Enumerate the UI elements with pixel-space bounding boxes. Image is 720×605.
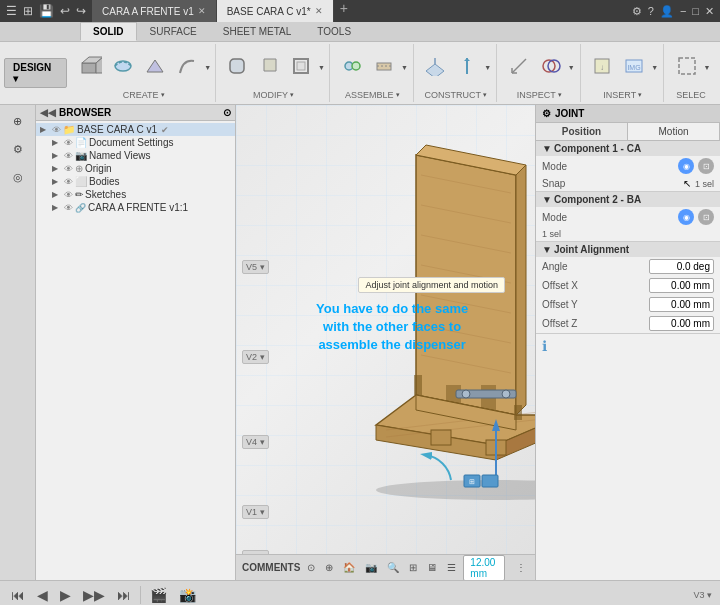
close-icon[interactable]: ✕ bbox=[705, 5, 714, 18]
modify-dropdown[interactable]: ▼ bbox=[318, 64, 325, 71]
shell-button[interactable] bbox=[286, 54, 316, 81]
mode-btn-1a[interactable]: ◉ bbox=[678, 158, 694, 174]
chamfer-button[interactable] bbox=[254, 54, 284, 81]
v3-label[interactable]: V3 ▾ bbox=[693, 590, 712, 600]
grid-icon[interactable]: ⊞ bbox=[23, 4, 33, 18]
camera-icon[interactable]: 📸 bbox=[176, 587, 199, 603]
viewport-grid-icon[interactable]: ⊞ bbox=[406, 562, 420, 573]
measure-button[interactable] bbox=[504, 54, 534, 81]
viewport-more-icon[interactable]: ⋮ bbox=[513, 562, 529, 573]
extrude-button[interactable] bbox=[76, 53, 106, 82]
help-icon[interactable]: ? bbox=[648, 5, 654, 18]
offset-x-input[interactable] bbox=[649, 278, 714, 293]
select-dropdown[interactable]: ▼ bbox=[704, 64, 711, 71]
menu-icon[interactable]: ☰ bbox=[6, 4, 17, 18]
add-tab-icon[interactable]: + bbox=[334, 0, 354, 22]
maximize-icon[interactable]: □ bbox=[692, 5, 699, 18]
select-button[interactable] bbox=[672, 54, 702, 81]
top-bar: ☰ ⊞ 💾 ↩ ↪ CARA A FRENTE v1 ✕ BASE CARA C… bbox=[0, 0, 720, 22]
play-prev-btn[interactable]: ◀ bbox=[34, 587, 51, 603]
tab-close-icon[interactable]: ✕ bbox=[315, 6, 323, 16]
play-next-btn[interactable]: ▶▶ bbox=[80, 587, 108, 603]
construct-label: CONSTRUCT▾ bbox=[425, 90, 488, 100]
play-end-btn[interactable]: ⏭ bbox=[114, 587, 134, 603]
revolve-button[interactable] bbox=[108, 54, 138, 81]
sweep-button[interactable] bbox=[172, 54, 202, 81]
settings-icon[interactable]: ⚙ bbox=[632, 5, 642, 18]
left-sidebar-btn-1[interactable]: ⊕ bbox=[4, 109, 32, 133]
comments-collapse[interactable]: ⊙ bbox=[304, 562, 318, 573]
viewport-label-v2[interactable]: V2 ▾ bbox=[242, 350, 269, 364]
tree-item-bodies[interactable]: ▶ 👁 ⬜ Bodies bbox=[48, 175, 235, 188]
inspect-dropdown[interactable]: ▼ bbox=[568, 64, 575, 71]
fillet-button[interactable] bbox=[222, 54, 252, 81]
viewport-camera-icon[interactable]: 📷 bbox=[362, 562, 380, 573]
tree-item-named-views[interactable]: ▶ 👁 📷 Named Views bbox=[48, 149, 235, 162]
design-button[interactable]: DESIGN ▾ bbox=[4, 58, 67, 88]
ribbon: SOLID SURFACE SHEET METAL TOOLS DESIGN ▾ bbox=[0, 22, 720, 105]
minimize-icon[interactable]: − bbox=[680, 5, 686, 18]
redo-icon[interactable]: ↪ bbox=[76, 4, 86, 18]
mode-btn-1b[interactable]: ⊡ bbox=[698, 158, 714, 174]
svg-rect-50 bbox=[431, 430, 451, 445]
insert-dropdown[interactable]: ▼ bbox=[651, 64, 658, 71]
canvas-button[interactable]: IMG bbox=[619, 54, 649, 81]
animation-icon[interactable]: 🎬 bbox=[147, 587, 170, 603]
rigid-group-button[interactable] bbox=[369, 54, 399, 81]
viewport-nav-icon[interactable]: ⊕ bbox=[322, 562, 336, 573]
browser-collapse-left[interactable]: ◀◀ bbox=[40, 107, 56, 118]
viewport-label-v5[interactable]: V5 ▾ bbox=[242, 260, 269, 274]
mode-btn-2a[interactable]: ◉ bbox=[678, 209, 694, 225]
offset-y-input[interactable] bbox=[649, 297, 714, 312]
offset-z-input[interactable] bbox=[649, 316, 714, 331]
mode-btn-2b[interactable]: ⊡ bbox=[698, 209, 714, 225]
tree-item-sketches[interactable]: ▶ 👁 ✏ Sketches bbox=[48, 188, 235, 201]
tree-item-root[interactable]: ▶ 👁 📁 BASE CARA C v1 ✔ bbox=[36, 123, 235, 136]
joint-button[interactable] bbox=[337, 54, 367, 81]
viewport-label-v1a[interactable]: V1 ▾ bbox=[242, 505, 269, 519]
assemble-icons: ▼ bbox=[337, 46, 408, 88]
viewport-zoom-icon[interactable]: 🔍 bbox=[384, 562, 402, 573]
joint-tab-position[interactable]: Position bbox=[536, 123, 628, 140]
component1-header[interactable]: ▼ Component 1 - CA bbox=[536, 141, 720, 156]
create-dropdown[interactable]: ▼ bbox=[204, 64, 211, 71]
ribbon-tab-sheet-metal[interactable]: SHEET METAL bbox=[210, 22, 305, 41]
undo-icon[interactable]: ↩ bbox=[60, 4, 70, 18]
angle-input[interactable] bbox=[649, 259, 714, 274]
svg-rect-25 bbox=[679, 58, 695, 74]
insert-mcad-button[interactable]: ↓ bbox=[587, 54, 617, 81]
tab-cara-a-frente[interactable]: CARA A FRENTE v1 ✕ bbox=[92, 0, 217, 22]
viewport-display-icon[interactable]: 🖥 bbox=[424, 562, 440, 573]
interference-button[interactable] bbox=[536, 54, 566, 81]
tree-item-origin[interactable]: ▶ 👁 ⊕ Origin bbox=[48, 162, 235, 175]
browser-options-icon[interactable]: ⊙ bbox=[223, 107, 231, 118]
axis-button[interactable] bbox=[452, 54, 482, 81]
viewport[interactable]: V5 ▾ V2 ▾ V4 ▾ V1 ▾ V1 ▾ bbox=[236, 105, 535, 580]
plane-button[interactable] bbox=[420, 54, 450, 81]
joint-tab-motion[interactable]: Motion bbox=[628, 123, 720, 140]
component2-header[interactable]: ▼ Component 2 - BA bbox=[536, 192, 720, 207]
save-icon[interactable]: 💾 bbox=[39, 4, 54, 18]
left-sidebar-btn-3[interactable]: ◎ bbox=[4, 165, 32, 189]
ribbon-tab-solid[interactable]: SOLID bbox=[80, 22, 137, 41]
construct-dropdown[interactable]: ▼ bbox=[484, 64, 491, 71]
viewport-home-icon[interactable]: 🏠 bbox=[340, 562, 358, 573]
assemble-dropdown[interactable]: ▼ bbox=[401, 64, 408, 71]
tree-item-doc-settings[interactable]: ▶ 👁 📄 Document Settings bbox=[48, 136, 235, 149]
loft-button[interactable] bbox=[140, 54, 170, 81]
viewport-list-icon[interactable]: ☰ bbox=[444, 562, 459, 573]
tree-item-cara-frente[interactable]: ▶ 👁 🔗 CARA A FRENTE v1:1 bbox=[48, 201, 235, 214]
ribbon-tab-surface[interactable]: SURFACE bbox=[137, 22, 210, 41]
info-icon[interactable]: ℹ bbox=[542, 338, 547, 354]
account-icon[interactable]: 👤 bbox=[660, 5, 674, 18]
tab-base-cara-c[interactable]: BASE CARA C v1* ✕ bbox=[217, 0, 334, 22]
left-sidebar-btn-gear[interactable]: ⚙ bbox=[4, 137, 32, 161]
svg-marker-29 bbox=[516, 165, 526, 415]
viewport-label-v4[interactable]: V4 ▾ bbox=[242, 435, 269, 449]
play-start-btn[interactable]: ⏮ bbox=[8, 587, 28, 603]
play-btn[interactable]: ▶ bbox=[57, 587, 74, 603]
angle-row: Angle bbox=[536, 257, 720, 276]
tab-close-icon[interactable]: ✕ bbox=[198, 6, 206, 16]
joint-alignment-header[interactable]: ▼ Joint Alignment bbox=[536, 242, 720, 257]
ribbon-tab-tools[interactable]: TOOLS bbox=[304, 22, 364, 41]
